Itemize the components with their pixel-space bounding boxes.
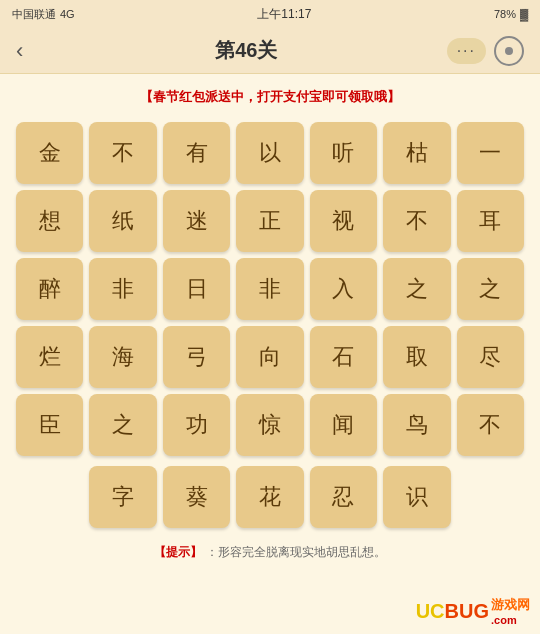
bottom-row: 字 葵 花 忍 识 bbox=[16, 466, 524, 528]
grid-cell-4-0[interactable]: 臣 bbox=[16, 394, 83, 456]
grid-cell-1-0[interactable]: 想 bbox=[16, 190, 83, 252]
grid-cell-1-3[interactable]: 正 bbox=[236, 190, 303, 252]
grid-cell-4-3[interactable]: 惊 bbox=[236, 394, 303, 456]
watermark-uc: UC bbox=[416, 600, 445, 623]
target-icon bbox=[505, 47, 513, 55]
watermark-bug: BUG bbox=[445, 600, 489, 623]
grid-cell-3-3[interactable]: 向 bbox=[236, 326, 303, 388]
grid-cell-2-1[interactable]: 非 bbox=[89, 258, 156, 320]
grid-cell-4-1[interactable]: 之 bbox=[89, 394, 156, 456]
page-title: 第46关 bbox=[215, 37, 277, 64]
grid-cell-5-4[interactable]: 识 bbox=[383, 466, 450, 528]
header: ‹ 第46关 ··· bbox=[0, 28, 540, 74]
hint-area: 【提示】 ：形容完全脱离现实地胡思乱想。 bbox=[16, 540, 524, 565]
header-actions: ··· bbox=[447, 36, 524, 66]
grid-cell-5-1[interactable]: 葵 bbox=[163, 466, 230, 528]
grid-cell-5-0[interactable]: 字 bbox=[89, 466, 156, 528]
grid-cell-0-3[interactable]: 以 bbox=[236, 122, 303, 184]
status-left: 中国联通 4G bbox=[12, 7, 75, 22]
target-button[interactable] bbox=[494, 36, 524, 66]
grid-cell-1-4[interactable]: 视 bbox=[310, 190, 377, 252]
carrier-label: 中国联通 bbox=[12, 7, 56, 22]
grid-cell-2-2[interactable]: 日 bbox=[163, 258, 230, 320]
grid-cell-3-4[interactable]: 石 bbox=[310, 326, 377, 388]
grid-cell-2-3[interactable]: 非 bbox=[236, 258, 303, 320]
hint-label: 【提示】 bbox=[154, 545, 202, 559]
grid-cell-4-2[interactable]: 功 bbox=[163, 394, 230, 456]
grid-cell-0-1[interactable]: 不 bbox=[89, 122, 156, 184]
character-grid: 金 不 有 以 听 枯 一 想 纸 迷 正 视 不 耳 醉 非 日 非 入 之 … bbox=[16, 122, 524, 456]
watermark-com: .com bbox=[491, 614, 530, 626]
grid-cell-3-2[interactable]: 弓 bbox=[163, 326, 230, 388]
grid-cell-5-2[interactable]: 花 bbox=[236, 466, 303, 528]
grid-cell-0-6[interactable]: 一 bbox=[457, 122, 524, 184]
grid-cell-0-2[interactable]: 有 bbox=[163, 122, 230, 184]
grid-cell-1-1[interactable]: 纸 bbox=[89, 190, 156, 252]
battery-icon: ▓ bbox=[520, 8, 528, 20]
status-time: 上午11:17 bbox=[257, 6, 311, 23]
grid-cell-4-4[interactable]: 闻 bbox=[310, 394, 377, 456]
grid-cell-2-4[interactable]: 入 bbox=[310, 258, 377, 320]
grid-cell-3-1[interactable]: 海 bbox=[89, 326, 156, 388]
watermark-game: 游戏网 bbox=[491, 596, 530, 614]
grid-cell-4-6[interactable]: 不 bbox=[457, 394, 524, 456]
grid-cell-2-6[interactable]: 之 bbox=[457, 258, 524, 320]
watermark: UC BUG 游戏网 .com bbox=[416, 596, 530, 626]
status-bar: 中国联通 4G 上午11:17 78% ▓ bbox=[0, 0, 540, 28]
grid-cell-2-0[interactable]: 醉 bbox=[16, 258, 83, 320]
grid-cell-0-4[interactable]: 听 bbox=[310, 122, 377, 184]
battery-label: 78% bbox=[494, 8, 516, 20]
main-content: 【春节红包派送中，打开支付宝即可领取哦】 金 不 有 以 听 枯 一 想 纸 迷… bbox=[0, 74, 540, 575]
grid-cell-2-5[interactable]: 之 bbox=[383, 258, 450, 320]
hint-content: ：形容完全脱离现实地胡思乱想。 bbox=[206, 545, 386, 559]
grid-cell-1-2[interactable]: 迷 bbox=[163, 190, 230, 252]
grid-cell-3-5[interactable]: 取 bbox=[383, 326, 450, 388]
ad-text: 【春节红包派送中，打开支付宝即可领取哦】 bbox=[140, 89, 400, 104]
status-right: 78% ▓ bbox=[494, 8, 528, 20]
grid-cell-3-0[interactable]: 烂 bbox=[16, 326, 83, 388]
back-button[interactable]: ‹ bbox=[16, 38, 46, 64]
more-button[interactable]: ··· bbox=[447, 38, 486, 64]
grid-cell-5-3[interactable]: 忍 bbox=[310, 466, 377, 528]
grid-cell-1-5[interactable]: 不 bbox=[383, 190, 450, 252]
grid-cell-1-6[interactable]: 耳 bbox=[457, 190, 524, 252]
grid-cell-0-0[interactable]: 金 bbox=[16, 122, 83, 184]
network-type: 4G bbox=[60, 8, 75, 20]
grid-cell-0-5[interactable]: 枯 bbox=[383, 122, 450, 184]
ad-banner: 【春节红包派送中，打开支付宝即可领取哦】 bbox=[16, 84, 524, 110]
grid-cell-4-5[interactable]: 鸟 bbox=[383, 394, 450, 456]
grid-cell-3-6[interactable]: 尽 bbox=[457, 326, 524, 388]
